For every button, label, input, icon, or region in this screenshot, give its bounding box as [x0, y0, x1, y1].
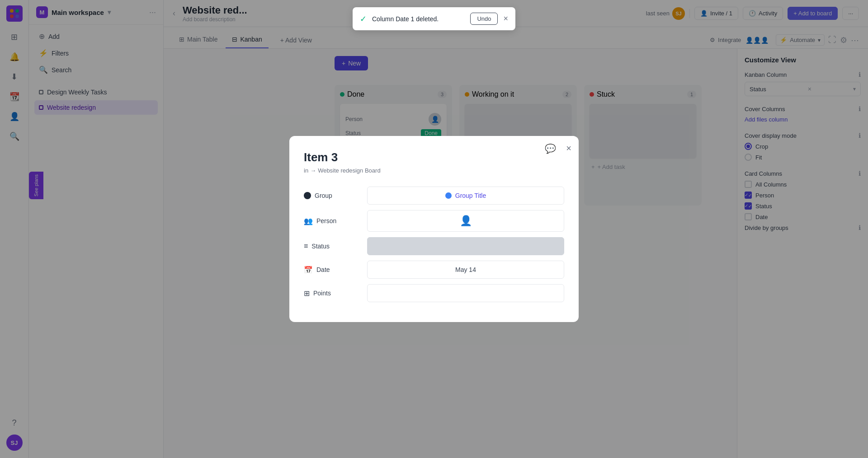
group-field-label: Group — [304, 192, 367, 199]
toast-notification: ✓ Column Date 1 deleted. Undo × — [353, 7, 515, 30]
modal-field-date: 📅 Date May 14 — [304, 261, 564, 279]
person-field-label: 👥 Person — [304, 217, 367, 225]
date-field-value[interactable]: May 14 — [367, 261, 564, 279]
person-icon: 👥 — [304, 217, 313, 225]
modal-title: Item 3 — [304, 150, 564, 164]
points-field-label: ⊞ Points — [304, 289, 367, 298]
modal-field-points: ⊞ Points — [304, 284, 564, 302]
group-field-value[interactable]: Group Title — [367, 187, 564, 205]
points-field-value[interactable] — [367, 284, 564, 302]
points-icon: ⊞ — [304, 289, 310, 298]
date-field-label: 📅 Date — [304, 266, 367, 274]
group-icon — [304, 192, 311, 199]
modal-close-button[interactable]: × — [566, 143, 571, 154]
status-field-value[interactable] — [367, 237, 564, 255]
modal-overlay[interactable]: × 💬 Item 3 in → Website redesign Board G… — [0, 0, 868, 458]
modal-field-person: 👥 Person 👤 — [304, 210, 564, 232]
date-icon: 📅 — [304, 266, 313, 274]
toast-close-button[interactable]: × — [503, 14, 508, 23]
toast-undo-button[interactable]: Undo — [470, 13, 498, 25]
modal-comment-icon[interactable]: 💬 — [545, 143, 556, 154]
modal-field-status: ≡ Status — [304, 237, 564, 255]
group-color-dot — [445, 192, 452, 199]
status-icon: ≡ — [304, 242, 308, 250]
item-modal: × 💬 Item 3 in → Website redesign Board G… — [289, 136, 579, 322]
toast-message: Column Date 1 deleted. — [372, 15, 465, 23]
status-field-label: ≡ Status — [304, 242, 367, 250]
person-field-value[interactable]: 👤 — [367, 210, 564, 232]
person-avatar-placeholder: 👤 — [460, 215, 472, 227]
modal-breadcrumb: in → Website redesign Board — [304, 167, 564, 174]
modal-field-group: Group Group Title — [304, 187, 564, 205]
toast-success-icon: ✓ — [360, 14, 367, 24]
